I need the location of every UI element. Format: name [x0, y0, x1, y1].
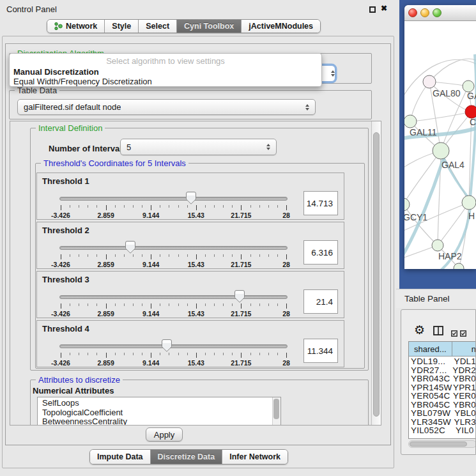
slider-tick	[196, 303, 197, 309]
bottom-tab-label: Discretize Data	[158, 452, 215, 461]
bottom-tab-discretize-data[interactable]: Discretize Data	[151, 450, 223, 464]
slider-scale-label: 21.715	[231, 310, 251, 318]
column-header-name[interactable]: n	[452, 342, 476, 356]
slider-tick	[169, 254, 169, 257]
gear-icon[interactable]: ⚙	[414, 324, 425, 337]
tab-network[interactable]: Network	[47, 20, 105, 33]
slider-tick	[205, 303, 206, 306]
table-panel-title: Table Panel	[404, 294, 450, 303]
window-minimize-icon[interactable]	[420, 8, 429, 17]
slider-track[interactable]	[59, 246, 288, 250]
slider-tick	[169, 303, 169, 306]
table-row[interactable]: YDL19...YDL1	[409, 357, 476, 366]
network-node[interactable]	[432, 240, 443, 251]
window-zoom-icon[interactable]	[433, 8, 441, 17]
slider-thumb[interactable]	[125, 241, 135, 254]
settings-scroll-area: Interval Definition Number of Intervals …	[10, 121, 381, 426]
table-header-row: shared... n	[409, 342, 476, 357]
slider-tick	[142, 303, 142, 306]
slider-track[interactable]	[59, 197, 288, 201]
table-row[interactable]: YPR145WYPR1	[409, 383, 476, 392]
apply-button[interactable]: Apply	[146, 427, 183, 441]
tab-jactivemnodules[interactable]: jActiveMNodules	[242, 20, 320, 33]
slider-scale-label: -3.426	[51, 261, 70, 268]
cell-shared-name: YBR045C	[409, 401, 453, 410]
threshold-value-field[interactable]: 11.344	[303, 339, 338, 363]
slider-tick	[223, 353, 224, 355]
slider-tick	[241, 254, 242, 259]
split-view-icon[interactable]	[433, 326, 443, 338]
slider-tick	[241, 205, 242, 210]
node-label: GA	[467, 91, 476, 101]
numerical-attributes-list[interactable]: SelfLoopsTopologicalCoefficientBetweenne…	[37, 397, 281, 426]
slider-tick	[214, 353, 215, 355]
attribute-item-topologicalcoefficient[interactable]: TopologicalCoefficient	[38, 408, 280, 418]
network-node[interactable]	[404, 115, 417, 128]
slider-tick	[205, 205, 206, 208]
vertical-scrollbar[interactable]	[371, 121, 381, 425]
tab-style[interactable]: Style	[105, 20, 139, 33]
table-row[interactable]: YDR27...YDR2	[409, 366, 476, 375]
threshold-value-field[interactable]: 6.316	[303, 240, 338, 265]
network-edge[interactable]	[404, 204, 438, 245]
slider-tick	[106, 205, 107, 210]
bottom-tab-impute-data[interactable]: Impute Data	[90, 450, 151, 464]
float-panel-icon[interactable]	[369, 6, 376, 13]
cell-shared-name: YER054C	[409, 392, 453, 401]
tab-cyni-toolbox[interactable]: Cyni Toolbox	[177, 20, 242, 33]
horizontal-scrollbar[interactable]	[408, 440, 476, 448]
table-row[interactable]: YBR043CYBR0	[409, 374, 476, 383]
slider-thumb[interactable]	[186, 192, 196, 204]
close-icon[interactable]: ✖	[381, 4, 387, 13]
table-row[interactable]: YBR045CYBR0	[409, 401, 476, 410]
slider-tick	[115, 205, 116, 208]
threshold-value-field[interactable]: 14.713	[303, 191, 338, 215]
network-edge[interactable]	[410, 112, 472, 121]
algorithm-option-manual-discretization[interactable]: Manual Discretization	[13, 67, 99, 77]
bottom-tab-infer-network[interactable]: Infer Network	[222, 450, 288, 464]
slider-tick	[250, 205, 251, 208]
slider-tick	[196, 205, 197, 210]
slider-thumb[interactable]	[234, 290, 245, 303]
network-node[interactable]	[423, 75, 436, 88]
slider-tick	[160, 254, 160, 257]
network-node[interactable]	[465, 105, 476, 118]
table-row[interactable]: YLR345WYLR3	[409, 418, 476, 427]
table-row[interactable]: YIL052CYIL0	[409, 426, 476, 435]
checkbox-icon[interactable]	[451, 328, 457, 339]
number-of-intervals-combobox[interactable]: 5	[120, 139, 277, 155]
network-window-frame: GAL80GACGAL11GAL4GCY1HHAP2	[399, 0, 476, 289]
slider-track[interactable]	[59, 344, 288, 348]
slider-tick	[151, 254, 151, 259]
vertical-scrollbar-thumb[interactable]	[373, 132, 380, 417]
slider-scale-label: 2.859	[97, 359, 114, 367]
node-label: C	[470, 117, 476, 127]
algorithm-option-equal-width-frequency-discretization[interactable]: Equal Width/Frequency Discretization	[13, 77, 152, 86]
attribute-item-betweennesscentrality[interactable]: BetweennessCentrality	[38, 417, 280, 426]
network-edge[interactable]	[429, 59, 476, 82]
horizontal-scrollbar-thumb[interactable]	[410, 441, 467, 447]
attribute-item-selfloops[interactable]: SelfLoops	[38, 399, 280, 408]
table-row[interactable]: YBL079WYBL0	[409, 409, 476, 418]
network-node[interactable]	[404, 198, 410, 211]
tab-select[interactable]: Select	[139, 20, 177, 33]
slider-tick	[259, 353, 260, 355]
slider-track[interactable]	[59, 295, 288, 299]
threshold-value-field[interactable]: 21.4	[303, 289, 338, 314]
table-data-combobox[interactable]: galFiltered.sif default node	[17, 99, 316, 115]
list-scrollbar[interactable]	[272, 397, 280, 426]
slider-tick	[250, 303, 251, 306]
table-row[interactable]: YER054CYER0	[409, 392, 476, 401]
slider-tick	[232, 254, 233, 257]
network-node[interactable]	[462, 196, 476, 210]
network-canvas[interactable]: GAL80GACGAL11GAL4GCY1HHAP2	[404, 21, 476, 269]
column-header-shared-name[interactable]: shared...	[409, 342, 452, 356]
slider-tick	[187, 205, 188, 208]
network-window-titlebar[interactable]	[404, 5, 476, 21]
list-scrollbar-thumb[interactable]	[273, 399, 279, 419]
slider-thumb[interactable]	[162, 339, 172, 352]
checkbox-icon[interactable]	[460, 328, 466, 339]
window-close-icon[interactable]	[408, 8, 417, 17]
network-node[interactable]	[433, 142, 449, 159]
slider-scale-label: 21.715	[231, 261, 251, 268]
